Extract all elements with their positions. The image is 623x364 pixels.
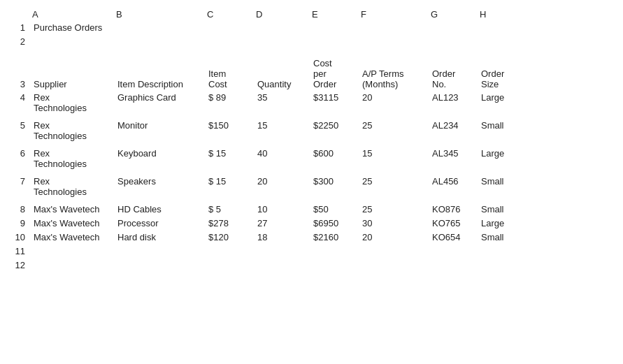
table-row: 6 RexTechnologies Keyboard $ 15 40 $600 … [7, 147, 526, 175]
cell-cpo-6: $600 [309, 147, 358, 175]
spreadsheet-container: A B C D E F G H 1 Purchase Orders 2 [0, 0, 623, 364]
row-2: 2 [7, 35, 526, 49]
cell-cost-7: $ 15 [204, 175, 253, 203]
rownum-11: 11 [7, 245, 29, 259]
col-header-b: B [113, 7, 204, 21]
cell-ordno-6: AL345 [428, 147, 477, 175]
cell-ap-5: 25 [358, 119, 428, 147]
rownum-3: 3 [7, 49, 29, 91]
cell-ordno-7: AL456 [428, 175, 477, 203]
table-row: 5 RexTechnologies Monitor $150 15 $2250 … [7, 119, 526, 147]
cell-cpo-7: $300 [309, 175, 358, 203]
cell-ap-6: 15 [358, 147, 428, 175]
title-text: Purchase Orders [34, 22, 102, 33]
cell-ordsize-10: Small [477, 231, 526, 245]
table-row: 7 RexTechnologies Speakers $ 15 20 $300 … [7, 175, 526, 203]
cell-ordsize-6: Large [477, 147, 526, 175]
cell-ordno-9: KO765 [428, 217, 477, 231]
cell-a2 [29, 35, 526, 49]
header-quantity: Quantity [253, 49, 309, 91]
row-12: 12 [7, 259, 526, 272]
rownum-1: 1 [7, 21, 29, 35]
cell-cost-6: $ 15 [204, 147, 253, 175]
cell-ap-10: 20 [358, 231, 428, 245]
rownum-7: 7 [7, 175, 29, 203]
rownum-5: 5 [7, 119, 29, 147]
header-ap-terms: A/P Terms(Months) [358, 49, 428, 91]
col-header-a: A [29, 7, 113, 21]
cell-ordno-10: KO654 [428, 231, 477, 245]
cell-cost-10: $120 [204, 231, 253, 245]
cell-ordno-8: KO876 [428, 203, 477, 217]
col-header-f: F [358, 7, 428, 21]
cell-cpo-8: $50 [309, 203, 358, 217]
cell-ap-9: 30 [358, 217, 428, 231]
cell-supplier-9: Max's Wavetech [29, 217, 113, 231]
cell-qty-6: 40 [253, 147, 309, 175]
cell-supplier-8: Max's Wavetech [29, 203, 113, 217]
cell-ap-8: 25 [358, 203, 428, 217]
cell-cost-4: $ 89 [204, 91, 253, 119]
cell-cpo-4: $3115 [309, 91, 358, 119]
header-cost-per-order: CostperOrder [309, 49, 358, 91]
cell-ordsize-9: Large [477, 217, 526, 231]
cell-ordsize-7: Small [477, 175, 526, 203]
cell-cpo-5: $2250 [309, 119, 358, 147]
corner-cell [7, 7, 29, 21]
cell-qty-8: 10 [253, 203, 309, 217]
col-header-c: C [204, 7, 253, 21]
rownum-12: 12 [7, 259, 29, 272]
cell-qty-5: 15 [253, 119, 309, 147]
cell-qty-10: 18 [253, 231, 309, 245]
row-11: 11 [7, 245, 526, 259]
header-item-desc: Item Description [113, 49, 204, 91]
rownum-8: 8 [7, 203, 29, 217]
cell-cpo-9: $6950 [309, 217, 358, 231]
table-row: 4 RexTechnologies Graphics Card $ 89 35 … [7, 91, 526, 119]
cell-cost-9: $278 [204, 217, 253, 231]
rownum-4: 4 [7, 91, 29, 119]
header-supplier: Supplier [29, 49, 113, 91]
cell-qty-9: 27 [253, 217, 309, 231]
row-1: 1 Purchase Orders [7, 21, 526, 35]
cell-item-desc-7: Speakers [113, 175, 204, 203]
cell-item-desc-5: Monitor [113, 119, 204, 147]
cell-qty-7: 20 [253, 175, 309, 203]
table-row: 10 Max's Wavetech Hard disk $120 18 $216… [7, 231, 526, 245]
header-order-size: OrderSize [477, 49, 526, 91]
cell-a1: Purchase Orders [29, 21, 526, 35]
rownum-2: 2 [7, 35, 29, 49]
cell-ap-7: 25 [358, 175, 428, 203]
col-header-h: H [477, 7, 526, 21]
cell-ordno-5: AL234 [428, 119, 477, 147]
header-item-cost: ItemCost [204, 49, 253, 91]
col-header-e: E [309, 7, 358, 21]
cell-supplier-7: RexTechnologies [29, 175, 113, 203]
cell-item-desc-10: Hard disk [113, 231, 204, 245]
cell-item-desc-6: Keyboard [113, 147, 204, 175]
row-3-header: 3 Supplier Item Description ItemCost Qua… [7, 49, 526, 91]
header-order-no: OrderNo. [428, 49, 477, 91]
cell-cpo-10: $2160 [309, 231, 358, 245]
cell-ordsize-8: Small [477, 203, 526, 217]
cell-ap-4: 20 [358, 91, 428, 119]
column-header-row: A B C D E F G H [7, 7, 526, 21]
cell-ordsize-5: Small [477, 119, 526, 147]
cell-cost-8: $ 5 [204, 203, 253, 217]
rownum-10: 10 [7, 231, 29, 245]
cell-qty-4: 35 [253, 91, 309, 119]
table-row: 9 Max's Wavetech Processor $278 27 $6950 [7, 217, 526, 231]
rownum-9: 9 [7, 217, 29, 231]
cell-item-desc-9: Processor [113, 217, 204, 231]
rownum-6: 6 [7, 147, 29, 175]
col-header-g: G [428, 7, 477, 21]
cell-supplier-4: RexTechnologies [29, 91, 113, 119]
table-row: 8 Max's Wavetech HD Cables $ 5 10 $50 25 [7, 203, 526, 217]
cell-item-desc-8: HD Cables [113, 203, 204, 217]
col-header-d: D [253, 7, 309, 21]
cell-supplier-10: Max's Wavetech [29, 231, 113, 245]
cell-supplier-5: RexTechnologies [29, 119, 113, 147]
cell-item-desc-4: Graphics Card [113, 91, 204, 119]
cell-ordsize-4: Large [477, 91, 526, 119]
cell-cost-5: $150 [204, 119, 253, 147]
